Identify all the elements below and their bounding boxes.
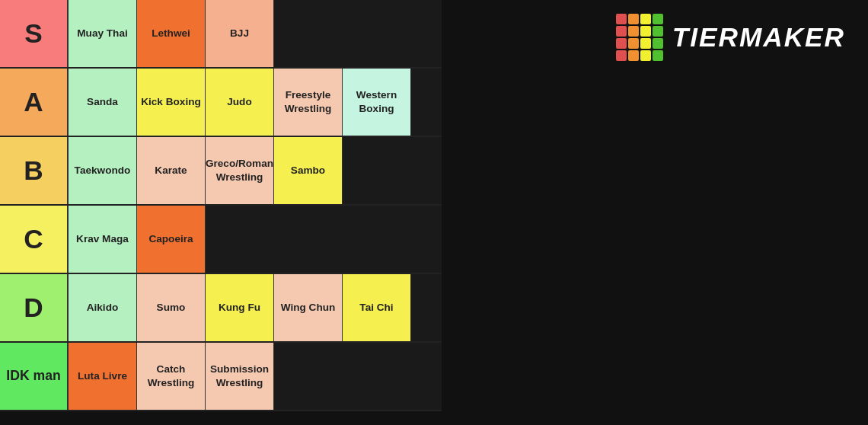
- tier-item: Luta Livre: [69, 343, 137, 410]
- tier-item: Sambo: [274, 137, 343, 204]
- tier-item: Submission Wrestling: [206, 343, 274, 410]
- tier-items-d: AikidoSumoKung FuWing ChunTai Chi: [69, 274, 442, 341]
- tier-item: Karate: [137, 137, 206, 204]
- tier-items-c: Krav MagaCapoeira: [69, 206, 442, 273]
- logo-grid-cell: [616, 14, 627, 24]
- tier-row-a: ASandaKick BoxingJudoFreestyle Wrestling…: [0, 69, 442, 137]
- tier-item: Catch Wrestling: [137, 343, 206, 410]
- tier-row-s: SMuay ThaiLethweiBJJ: [0, 0, 442, 69]
- tier-item: Sanda: [69, 69, 137, 136]
- logo-grid-cell: [640, 26, 651, 37]
- tier-items-a: SandaKick BoxingJudoFreestyle WrestlingW…: [69, 69, 442, 136]
- tiermaker-logo: TiERMAKER: [616, 14, 845, 61]
- logo-text: TiERMAKER: [672, 22, 845, 53]
- tier-item: Muay Thai: [69, 0, 137, 67]
- tier-item: BJJ: [206, 0, 274, 67]
- tier-item: Kick Boxing: [137, 69, 206, 136]
- logo-grid-cell: [653, 38, 663, 49]
- logo-grid: [616, 14, 663, 61]
- tier-item: Taekwondo: [69, 137, 137, 204]
- tier-items-b: TaekwondoKarateGreco/Roman WrestlingSamb…: [69, 137, 442, 204]
- logo-grid-cell: [628, 26, 639, 37]
- tier-item: Krav Maga: [69, 206, 137, 273]
- logo-grid-cell: [616, 38, 627, 49]
- tier-item: Freestyle Wrestling: [274, 69, 343, 136]
- logo-grid-cell: [628, 14, 639, 24]
- tier-label-s: S: [0, 0, 69, 67]
- tier-item: Judo: [206, 69, 274, 136]
- logo-grid-cell: [616, 50, 627, 61]
- tier-label-c: C: [0, 206, 69, 273]
- logo-grid-cell: [653, 14, 663, 24]
- tier-list: SMuay ThaiLethweiBJJASandaKick BoxingJud…: [0, 0, 442, 425]
- tier-item: Capoeira: [137, 206, 206, 273]
- logo-grid-cell: [640, 14, 651, 24]
- logo-grid-cell: [640, 50, 651, 61]
- tier-label-b: B: [0, 137, 69, 204]
- logo-area: TiERMAKER: [442, 0, 868, 425]
- tier-item: Lethwei: [137, 0, 206, 67]
- tier-row-d: DAikidoSumoKung FuWing ChunTai Chi: [0, 274, 442, 343]
- tier-items-idk: Luta LivreCatch WrestlingSubmission Wres…: [69, 343, 442, 410]
- tier-item: Western Boxing: [343, 69, 411, 136]
- logo-grid-cell: [628, 38, 639, 49]
- tier-item: Sumo: [137, 274, 206, 341]
- logo-grid-cell: [616, 26, 627, 37]
- logo-grid-cell: [653, 26, 663, 37]
- tier-row-b: BTaekwondoKarateGreco/Roman WrestlingSam…: [0, 137, 442, 206]
- tier-label-d: D: [0, 274, 69, 341]
- logo-grid-cell: [653, 50, 663, 61]
- tier-item: Tai Chi: [343, 274, 411, 341]
- logo-grid-cell: [640, 38, 651, 49]
- tier-item: Greco/Roman Wrestling: [206, 137, 274, 204]
- tier-label-a: A: [0, 69, 69, 136]
- tier-items-s: Muay ThaiLethweiBJJ: [69, 0, 442, 67]
- tier-label-idk: IDK man: [0, 343, 69, 410]
- tier-row-idk: IDK manLuta LivreCatch WrestlingSubmissi…: [0, 343, 442, 411]
- tier-item: Aikido: [69, 274, 137, 341]
- tier-item: Wing Chun: [274, 274, 343, 341]
- logo-grid-cell: [628, 50, 639, 61]
- tier-item: Kung Fu: [206, 274, 274, 341]
- tier-row-c: CKrav MagaCapoeira: [0, 206, 442, 274]
